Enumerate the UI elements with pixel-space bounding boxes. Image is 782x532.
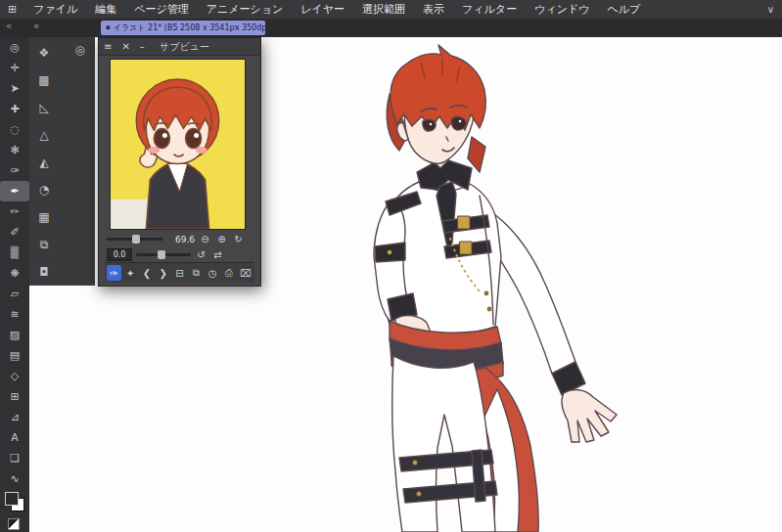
history-palette[interactable]: ◔ xyxy=(29,176,59,203)
selection-tool[interactable]: ◌ xyxy=(0,119,29,140)
flip-horizontal-icon[interactable]: ⇄ xyxy=(211,249,224,260)
subview-thumbnail-illustration xyxy=(111,60,245,229)
correction-tool[interactable]: ∿ xyxy=(0,468,29,489)
balloon-tool[interactable]: ❏ xyxy=(0,448,29,468)
pen-tool[interactable]: ✒ xyxy=(0,181,29,201)
menu-view[interactable]: 表示 xyxy=(414,2,453,17)
operation-tool[interactable]: ➤ xyxy=(0,78,29,99)
panel-close-icon[interactable]: ✕ xyxy=(116,41,134,52)
document-tab-label: イラスト 21* (B5 2508 x 3541px 350dpi 74.3%) xyxy=(114,21,265,35)
subview-panel: ≡ ✕ – サブビュー xyxy=(98,37,261,287)
reference-palette[interactable]: ◘ xyxy=(29,258,59,286)
document-tab[interactable]: ▪ イラスト 21* (B5 2508 x 3541px 350dpi 74.3… xyxy=(101,21,265,35)
collapse-toolbox-icon[interactable]: « xyxy=(6,21,12,31)
rotation-slider-handle[interactable] xyxy=(158,250,165,259)
fit-to-view-icon[interactable]: ↻ xyxy=(232,234,245,244)
clip-studio-window: ⊞ ファイル編集ページ管理アニメーションレイヤー選択範囲表示フィルターウィンドウ… xyxy=(0,0,782,532)
zoom-controls: 69.6 ⊖ ⊕ ↻ xyxy=(107,233,253,245)
zoom-tool[interactable]: ◎ xyxy=(0,37,29,58)
subview-titlebar[interactable]: ≡ ✕ – サブビュー xyxy=(99,38,260,56)
foreground-color-swatch[interactable] xyxy=(5,492,19,506)
layer-move-tool[interactable]: ✚ xyxy=(0,99,29,119)
menu-page-management[interactable]: ページ管理 xyxy=(125,2,198,17)
panel-title: サブビュー xyxy=(160,40,209,54)
document-tab-bar: « « ▪ イラスト 21* (B5 2508 x 3541px 350dpi … xyxy=(0,19,782,37)
zoom-out-icon[interactable]: ⊖ xyxy=(199,234,211,244)
switch-swatch-icon[interactable] xyxy=(8,518,20,530)
image-list-button[interactable]: ⧉ xyxy=(189,265,204,281)
magnifier-icon[interactable]: ◎ xyxy=(75,43,85,57)
menu-window[interactable]: ウィンドウ xyxy=(526,2,598,17)
next-image-button[interactable]: ❯ xyxy=(156,265,170,281)
menu-file[interactable]: ファイル xyxy=(24,2,86,17)
tab-dot-icon: ▪ xyxy=(106,21,111,35)
eraser-tool[interactable]: ▱ xyxy=(0,284,29,304)
panel-menu-icon[interactable]: ≡ xyxy=(99,41,116,52)
menu-layer[interactable]: レイヤー xyxy=(292,2,353,17)
eyedropper-tool[interactable]: ✑ xyxy=(0,160,29,181)
menu-selection[interactable]: 選択範囲 xyxy=(353,2,414,17)
menu-items: ファイル編集ページ管理アニメーションレイヤー選択範囲表示フィルターウィンドウヘル… xyxy=(24,2,649,17)
prev-image-button[interactable]: ❮ xyxy=(140,265,155,281)
color-set-palette[interactable]: ▦ xyxy=(29,203,59,231)
subview-image[interactable] xyxy=(110,59,246,230)
quick-access-palette[interactable]: ❖ xyxy=(29,39,59,66)
tool-palette: ◎✛➤✚◌✻✑✒✏✐▒❋▱≋▨▤◇⊞⊿A❏∿ xyxy=(0,37,29,532)
text-tool[interactable]: A xyxy=(0,427,29,448)
menu-help[interactable]: ヘルプ xyxy=(598,2,649,17)
panel-minimize-icon[interactable]: – xyxy=(135,41,150,52)
open-image-button[interactable]: ⊟ xyxy=(172,265,187,281)
move-tool[interactable]: ✛ xyxy=(0,58,29,78)
frame-tool[interactable]: ⊞ xyxy=(0,386,29,407)
clear-button[interactable]: ⌧ xyxy=(238,265,253,281)
zoom-value: 69.6 xyxy=(167,235,195,244)
palette-dock: ❖▩◺△◭◔▦⧉◘ ◎ xyxy=(29,37,95,286)
auto-select-tool[interactable]: ✻ xyxy=(0,140,29,160)
gradient-tool[interactable]: ▤ xyxy=(0,345,29,366)
figure-tool[interactable]: ◇ xyxy=(0,366,29,386)
rotation-controls: 0.0 ↺ ⇄ xyxy=(107,248,253,261)
rotation-slider[interactable] xyxy=(136,253,191,256)
color-swatches[interactable] xyxy=(5,492,24,511)
color-blend-palette[interactable]: ◭ xyxy=(29,149,59,176)
rotation-value[interactable]: 0.0 xyxy=(107,248,132,261)
subview-eyedropper-button[interactable]: ✑ xyxy=(107,265,121,281)
subview-actions: ✑✦❮❯⊟⧉◷⎙⌧ xyxy=(105,262,254,283)
auto-switch-button[interactable]: ✦ xyxy=(123,265,138,281)
menu-edit[interactable]: 編集 xyxy=(86,2,125,17)
menu-bar: ⊞ ファイル編集ページ管理アニメーションレイヤー選択範囲表示フィルターウィンドウ… xyxy=(0,0,782,19)
palette-dock-icons: ❖▩◺△◭◔▦⧉◘ xyxy=(29,39,59,286)
zoom-in-icon[interactable]: ⊕ xyxy=(215,234,228,244)
brush-shape-palette[interactable]: △ xyxy=(29,121,59,149)
rotate-reset-icon[interactable]: ↺ xyxy=(195,249,207,260)
airbrush-tool[interactable]: ▒ xyxy=(0,243,29,263)
material-3d-palette[interactable]: ▩ xyxy=(29,66,59,94)
zoom-slider-handle[interactable] xyxy=(132,235,140,244)
ruler-tool[interactable]: ⊿ xyxy=(0,407,29,427)
menu-animation[interactable]: アニメーション xyxy=(198,2,293,17)
fill-tool[interactable]: ▨ xyxy=(0,325,29,345)
tool-list: ◎✛➤✚◌✻✑✒✏✐▒❋▱≋▨▤◇⊞⊿A❏∿ xyxy=(0,37,29,489)
ruler-pen-palette[interactable]: ◺ xyxy=(29,94,59,121)
decoration-tool[interactable]: ❋ xyxy=(0,263,29,284)
blend-tool[interactable]: ≋ xyxy=(0,304,29,325)
export-button[interactable]: ⎙ xyxy=(221,265,236,281)
pencil-tool[interactable]: ✏ xyxy=(0,201,29,222)
window-collapse-icon[interactable]: ∨ xyxy=(759,4,782,15)
menu-filter[interactable]: フィルター xyxy=(453,2,526,17)
app-menu-icon[interactable]: ⊞ xyxy=(0,3,24,16)
zoom-slider[interactable] xyxy=(107,238,163,241)
history-button[interactable]: ◷ xyxy=(206,265,220,281)
collapse-dock-icon[interactable]: « xyxy=(33,21,39,31)
material-palette[interactable]: ⧉ xyxy=(29,231,59,258)
brush-tool[interactable]: ✐ xyxy=(0,222,29,243)
